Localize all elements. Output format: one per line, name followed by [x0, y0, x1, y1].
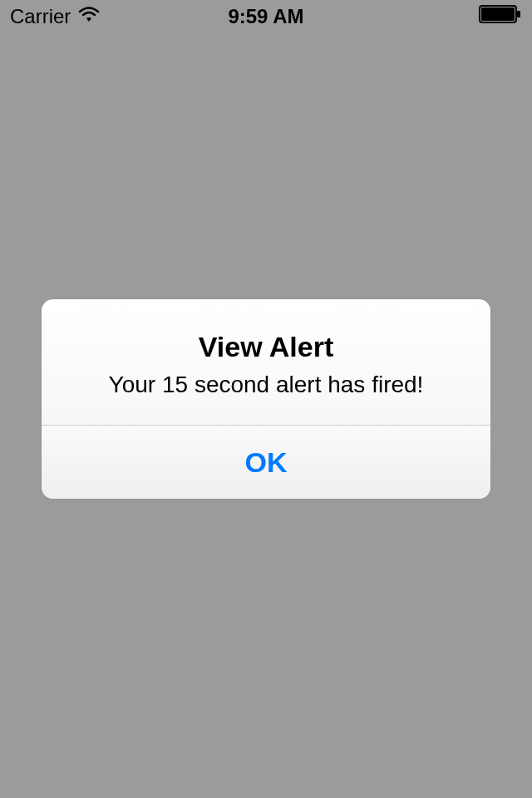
alert-title: View Alert	[66, 331, 466, 363]
alert-body: View Alert Your 15 second alert has fire…	[42, 299, 490, 425]
ok-button[interactable]: OK	[42, 426, 490, 499]
alert-message: Your 15 second alert has fired!	[66, 372, 466, 398]
alert-dialog: View Alert Your 15 second alert has fire…	[42, 299, 490, 499]
